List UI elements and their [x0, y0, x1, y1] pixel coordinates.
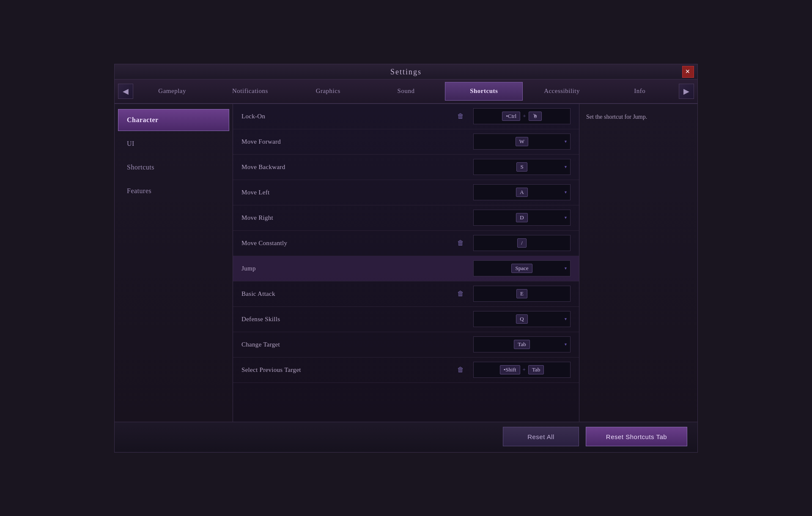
key-tag-tab2: Tab	[528, 365, 544, 374]
shortcut-name-defense-skills: Defense Skills	[241, 316, 455, 323]
key-binding-select-previous-target[interactable]: •Shift + Tab	[473, 362, 571, 378]
key-tag-shift: •Shift	[500, 365, 520, 374]
trash-icon-lock-on[interactable]: 🗑	[455, 110, 466, 122]
tab-accessibility[interactable]: Accessibility	[523, 82, 601, 101]
sidebar-item-shortcuts[interactable]: Shortcuts	[118, 156, 229, 178]
tab-bar: ◀ Gameplay Notifications Graphics Sound …	[115, 79, 697, 104]
key-tag-a: A	[516, 188, 527, 197]
key-tag-q: Q	[516, 314, 527, 324]
settings-window: Settings ✕ ◀ Gameplay Notifications Grap…	[114, 64, 698, 453]
tab-sound[interactable]: Sound	[367, 82, 445, 101]
tab-arrow-left[interactable]: ◀	[118, 84, 133, 99]
shortcuts-panel: Lock-On 🗑 •Ctrl + 🖱 Move Forward 🗑 W Mov…	[233, 104, 579, 422]
footer: Reset All Reset Shortcuts Tab	[115, 422, 697, 451]
key-binding-jump[interactable]: Space	[473, 260, 571, 276]
tab-gameplay[interactable]: Gameplay	[133, 82, 211, 101]
shortcut-name-move-right: Move Right	[241, 214, 455, 221]
close-button[interactable]: ✕	[682, 66, 694, 78]
key-binding-basic-attack[interactable]: E	[473, 286, 571, 302]
shortcut-name-jump: Jump	[241, 265, 455, 272]
shortcut-row-jump: Jump 🗑 Space	[233, 256, 579, 281]
key-binding-move-left[interactable]: A	[473, 184, 571, 200]
shortcut-row-move-backward: Move Backward 🗑 S	[233, 155, 579, 180]
shortcut-name-move-left: Move Left	[241, 189, 455, 196]
shortcut-name-lock-on: Lock-On	[241, 113, 455, 120]
shortcut-row-move-forward: Move Forward 🗑 W	[233, 129, 579, 155]
main-content: Character UI Shortcuts Features Lock-On …	[115, 104, 697, 422]
shortcut-row-change-target: Change Target 🗑 Tab	[233, 332, 579, 358]
tabs-container: Gameplay Notifications Graphics Sound Sh…	[133, 79, 679, 103]
sidebar: Character UI Shortcuts Features	[115, 104, 233, 422]
reset-all-button[interactable]: Reset All	[503, 427, 579, 446]
shortcut-row-basic-attack: Basic Attack 🗑 E	[233, 281, 579, 307]
trash-icon-basic-attack[interactable]: 🗑	[455, 288, 466, 300]
shortcut-name-move-constantly: Move Constantly	[241, 240, 455, 247]
reset-shortcuts-tab-button[interactable]: Reset Shortcuts Tab	[586, 427, 687, 446]
key-tag-mouse: 🖱	[529, 112, 542, 121]
key-binding-move-forward[interactable]: W	[473, 134, 571, 150]
shortcut-name-basic-attack: Basic Attack	[241, 290, 455, 298]
window-title: Settings	[390, 68, 422, 76]
shortcut-row-lock-on: Lock-On 🗑 •Ctrl + 🖱	[233, 104, 579, 129]
key-tag-slash: /	[517, 238, 527, 248]
shortcut-row-move-right: Move Right 🗑 D	[233, 205, 579, 231]
key-tag-ctrl: •Ctrl	[502, 112, 520, 121]
shortcut-row-select-previous-target: Select Previous Target 🗑 •Shift + Tab	[233, 358, 579, 383]
tab-notifications[interactable]: Notifications	[211, 82, 289, 101]
title-bar: Settings ✕	[115, 64, 697, 79]
tab-shortcuts[interactable]: Shortcuts	[445, 82, 523, 101]
key-binding-defense-skills[interactable]: Q	[473, 311, 571, 327]
shortcut-name-change-target: Change Target	[241, 341, 455, 348]
key-tag-d: D	[516, 213, 527, 222]
shortcut-row-move-constantly: Move Constantly 🗑 /	[233, 231, 579, 256]
info-text: Set the shortcut for Jump.	[586, 112, 691, 121]
key-binding-move-right[interactable]: D	[473, 210, 571, 226]
shortcut-row-move-left: Move Left 🗑 A	[233, 180, 579, 205]
key-tag-e: E	[516, 289, 527, 298]
shortcut-row-defense-skills: Defense Skills 🗑 Q	[233, 307, 579, 332]
key-binding-move-backward[interactable]: S	[473, 159, 571, 175]
shortcut-name-move-forward: Move Forward	[241, 138, 455, 145]
tab-graphics[interactable]: Graphics	[289, 82, 367, 101]
shortcut-name-move-backward: Move Backward	[241, 164, 455, 171]
key-binding-lock-on[interactable]: •Ctrl + 🖱	[473, 108, 571, 124]
sidebar-item-ui[interactable]: UI	[118, 133, 229, 155]
sidebar-item-character[interactable]: Character	[118, 109, 229, 131]
info-panel: Set the shortcut for Jump.	[579, 104, 697, 422]
tab-info[interactable]: Info	[601, 82, 679, 101]
tab-arrow-right[interactable]: ▶	[679, 84, 694, 99]
key-binding-move-constantly[interactable]: /	[473, 235, 571, 251]
shortcut-name-select-previous-target: Select Previous Target	[241, 366, 455, 374]
sidebar-item-features[interactable]: Features	[118, 180, 229, 202]
key-tag-w: W	[516, 137, 528, 146]
trash-icon-move-constantly[interactable]: 🗑	[455, 237, 466, 249]
key-tag-tab: Tab	[514, 340, 529, 349]
key-tag-space: Space	[511, 264, 532, 273]
trash-icon-select-previous-target[interactable]: 🗑	[455, 364, 466, 376]
key-binding-change-target[interactable]: Tab	[473, 336, 571, 352]
key-tag-s: S	[516, 162, 527, 172]
